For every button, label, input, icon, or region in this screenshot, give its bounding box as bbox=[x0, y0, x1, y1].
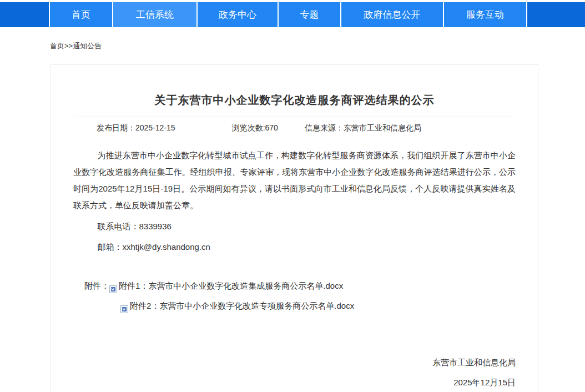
attachment-link-1[interactable]: 附件1：东营市中小企业数字化改造集成服务商公示名单.docx bbox=[119, 278, 343, 294]
attachments-label: 附件： bbox=[84, 278, 109, 294]
nav-menu: 首页 工信系统 政务中心 专题 政府信息公开 服务互动 bbox=[49, 2, 527, 27]
publish-date-value: 2025-12-15 bbox=[135, 123, 175, 132]
attachment-row: 附件2：东营市中小企业数字化改造专项服务商公示名单.docx bbox=[120, 298, 516, 314]
view-count-label: 浏览次数: bbox=[232, 123, 265, 132]
nav-left-spacer bbox=[0, 2, 49, 27]
nav-item-service-interaction[interactable]: 服务互动 bbox=[443, 2, 527, 27]
nav-item-info-disclosure[interactable]: 政府信息公开 bbox=[340, 2, 443, 27]
info-source: 信息来源：东营市工业和信息化局 bbox=[305, 123, 421, 133]
phone-label: 联系电话： bbox=[98, 222, 139, 231]
email-value: xxhtjk@dy.shandong.cn bbox=[123, 242, 210, 252]
attachment-row: 附件： 附件1：东营市中小企业数字化改造集成服务商公示名单.docx bbox=[84, 278, 516, 294]
top-nav-bar: 首页 工信系统 政务中心 专题 政府信息公开 服务互动 bbox=[0, 2, 585, 27]
docx-icon bbox=[109, 283, 117, 290]
email-label: 邮箱： bbox=[98, 242, 123, 252]
info-source-label: 信息来源： bbox=[305, 123, 344, 132]
publish-date: 发布日期：2025-12-15 bbox=[97, 123, 175, 133]
phone-value: 8339936 bbox=[139, 222, 172, 231]
contact-phone-line: 联系电话：8339936 bbox=[73, 219, 516, 234]
view-count-value: 670 bbox=[265, 123, 278, 132]
view-count: 浏览次数:670 bbox=[232, 123, 278, 133]
page-title: 关于东营市中小企业数字化改造服务商评选结果的公示 bbox=[73, 93, 516, 108]
publish-date-label: 发布日期： bbox=[97, 123, 135, 132]
nav-item-gongxin-system[interactable]: 工信系统 bbox=[112, 2, 196, 27]
info-source-value: 东营市工业和信息化局 bbox=[344, 123, 421, 132]
attachments-section: 附件： 附件1：东营市中小企业数字化改造集成服务商公示名单.docx 附件2：东… bbox=[73, 278, 516, 314]
contact-email-line: 邮箱：xxhtjk@dy.shandong.cn bbox=[73, 239, 516, 255]
article-meta-row: 发布日期：2025-12-15 浏览次数:670 信息来源：东营市工业和信息化局 bbox=[73, 117, 516, 139]
nav-item-gov-center[interactable]: 政务中心 bbox=[196, 2, 278, 27]
nav-item-home[interactable]: 首页 bbox=[49, 2, 112, 27]
article-body: 为推进东营市中小企业数字化转型城市试点工作，构建数字化转型服务商资源体系，我们组… bbox=[73, 147, 516, 214]
signature-org: 东营市工业和信息化局 bbox=[73, 355, 516, 370]
docx-icon bbox=[120, 303, 128, 310]
signature-block: 东营市工业和信息化局 2025年12月15日 bbox=[73, 355, 516, 390]
nav-item-topics[interactable]: 专题 bbox=[278, 2, 340, 27]
article-paragraph: 为推进东营市中小企业数字化转型城市试点工作，构建数字化转型服务商资源体系，我们组… bbox=[73, 147, 516, 214]
attachment-link-2[interactable]: 附件2：东营市中小企业数字化改造专项服务商公示名单.docx bbox=[130, 298, 354, 314]
signature-date: 2025年12月15日 bbox=[73, 375, 516, 390]
breadcrumb[interactable]: 首页>>通知公告 bbox=[50, 41, 585, 51]
article-card: 关于东营市中小企业数字化改造服务商评选结果的公示 发布日期：2025-12-15… bbox=[51, 64, 538, 392]
